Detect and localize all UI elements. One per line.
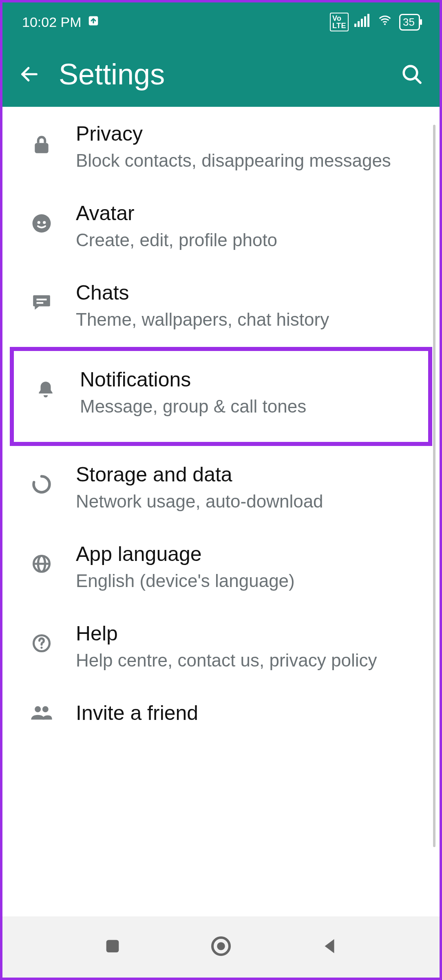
svg-rect-3	[361, 19, 363, 27]
settings-item-language[interactable]: App language English (device's language)	[2, 527, 440, 607]
settings-item-avatar[interactable]: Avatar Create, edit, profile photo	[2, 186, 440, 266]
svg-rect-5	[367, 14, 369, 27]
lock-icon	[27, 133, 56, 157]
battery-level: 35	[403, 16, 415, 29]
settings-item-title: Invite a friend	[76, 701, 415, 725]
settings-item-subtitle: Network usage, auto-download	[76, 490, 415, 512]
status-time: 10:02 PM	[22, 14, 82, 30]
settings-item-title: Avatar	[76, 201, 415, 225]
battery-icon: 35	[399, 14, 420, 31]
status-bar: 10:02 PM VoLTE	[2, 2, 440, 42]
globe-icon	[27, 553, 56, 574]
svg-point-21	[35, 706, 41, 712]
settings-item-title: Privacy	[76, 121, 415, 146]
settings-item-title: Notifications	[80, 367, 411, 392]
settings-item-invite[interactable]: Invite a friend	[2, 686, 440, 730]
svg-rect-2	[358, 21, 360, 27]
data-usage-icon	[27, 474, 56, 495]
settings-item-title: Storage and data	[76, 462, 415, 487]
svg-point-12	[38, 221, 40, 224]
svg-rect-4	[364, 16, 366, 27]
people-icon	[27, 705, 56, 721]
settings-item-chats[interactable]: Chats Theme, wallpapers, chat history	[2, 266, 440, 345]
settings-item-help[interactable]: Help Help centre, contact us, privacy po…	[2, 607, 440, 686]
avatar-icon	[27, 212, 56, 234]
settings-item-subtitle: Create, edit, profile photo	[76, 229, 415, 251]
settings-item-subtitle: Help centre, contact us, privacy policy	[76, 649, 415, 671]
volte-icon: VoLTE	[330, 13, 349, 31]
recents-button[interactable]	[103, 937, 122, 957]
settings-list: Privacy Block contacts, disappearing mes…	[2, 107, 440, 730]
search-button[interactable]	[400, 63, 423, 86]
back-button[interactable]	[19, 64, 40, 85]
svg-point-20	[40, 647, 42, 649]
settings-item-subtitle: English (device's language)	[76, 569, 415, 592]
settings-item-subtitle: Message, group & call tones	[80, 395, 411, 417]
svg-rect-14	[37, 299, 47, 300]
app-bar: Settings	[2, 42, 440, 107]
svg-point-25	[217, 942, 225, 950]
svg-line-9	[415, 77, 420, 83]
chat-icon	[27, 292, 56, 312]
android-nav-bar	[2, 916, 440, 978]
signal-icon	[354, 14, 371, 30]
settings-item-subtitle: Block contacts, disappearing messages	[76, 149, 415, 172]
home-button[interactable]	[210, 935, 232, 959]
back-nav-button[interactable]	[320, 937, 339, 957]
settings-item-title: Help	[76, 621, 415, 646]
scroll-indicator	[433, 125, 435, 847]
svg-rect-23	[106, 940, 119, 953]
svg-rect-15	[37, 302, 44, 304]
settings-item-storage[interactable]: Storage and data Network usage, auto-dow…	[2, 448, 440, 527]
settings-item-subtitle: Theme, wallpapers, chat history	[76, 308, 415, 331]
settings-item-title: App language	[76, 542, 415, 566]
settings-item-privacy[interactable]: Privacy Block contacts, disappearing mes…	[2, 107, 440, 186]
svg-point-6	[384, 23, 386, 25]
svg-point-13	[43, 221, 46, 224]
wifi-icon	[376, 14, 393, 30]
svg-rect-10	[35, 143, 48, 153]
svg-point-22	[42, 706, 49, 712]
settings-item-title: Chats	[76, 280, 415, 305]
bell-icon	[31, 379, 60, 402]
svg-point-11	[33, 214, 51, 233]
svg-rect-1	[354, 24, 356, 27]
page-title: Settings	[59, 57, 382, 91]
help-icon	[27, 633, 56, 654]
settings-item-notifications[interactable]: Notifications Message, group & call tone…	[10, 347, 432, 446]
upload-icon	[87, 14, 99, 30]
